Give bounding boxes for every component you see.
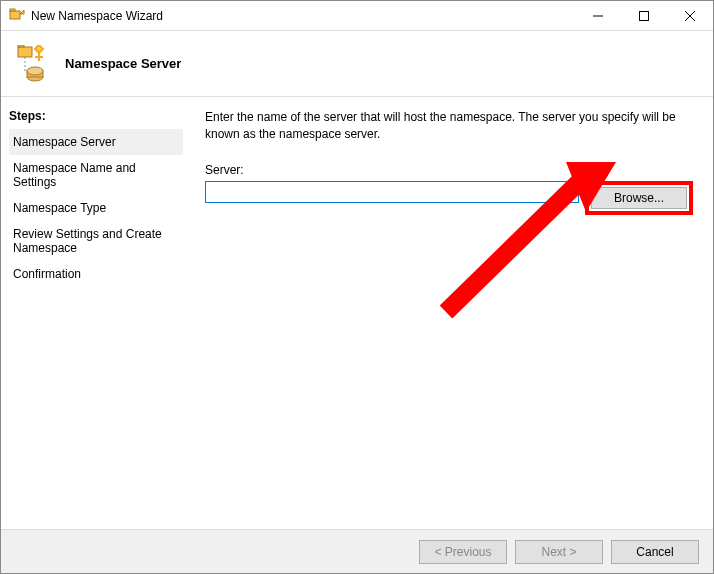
content-panel: Enter the name of the server that will h…	[191, 97, 713, 529]
step-label: Namespace Server	[13, 135, 116, 149]
next-button: Next >	[515, 540, 603, 564]
steps-heading: Steps:	[9, 109, 183, 123]
previous-button: < Previous	[419, 540, 507, 564]
svg-rect-0	[10, 11, 20, 19]
svg-rect-3	[640, 11, 649, 20]
step-label: Review Settings and Create Namespace	[13, 227, 162, 255]
step-namespace-server[interactable]: Namespace Server	[9, 129, 183, 155]
titlebar: New Namespace Wizard	[1, 1, 713, 31]
minimize-button[interactable]	[575, 1, 621, 31]
header-panel: Namespace Server	[1, 31, 713, 97]
footer: < Previous Next > Cancel	[1, 529, 713, 573]
wizard-window: New Namespace Wizard Na	[0, 0, 714, 574]
step-label: Namespace Name and Settings	[13, 161, 136, 189]
close-button[interactable]	[667, 1, 713, 31]
step-label: Confirmation	[13, 267, 81, 281]
wizard-body: Steps: Namespace Server Namespace Name a…	[1, 97, 713, 529]
instruction-text: Enter the name of the server that will h…	[205, 109, 693, 143]
titlebar-title: New Namespace Wizard	[31, 9, 575, 23]
server-label: Server:	[205, 163, 693, 177]
server-input[interactable]	[205, 181, 579, 203]
svg-rect-6	[18, 47, 32, 57]
step-namespace-type[interactable]: Namespace Type	[9, 195, 183, 221]
browse-button[interactable]: Browse...	[591, 187, 687, 209]
step-namespace-name-settings[interactable]: Namespace Name and Settings	[9, 155, 183, 195]
server-row: Browse...	[205, 181, 693, 215]
window-controls	[575, 1, 713, 31]
app-icon	[9, 8, 25, 24]
step-review-create[interactable]: Review Settings and Create Namespace	[9, 221, 183, 261]
svg-rect-7	[18, 45, 24, 47]
svg-point-11	[27, 67, 43, 75]
namespace-wizard-icon	[15, 45, 53, 83]
cancel-button[interactable]: Cancel	[611, 540, 699, 564]
page-title: Namespace Server	[65, 56, 181, 71]
steps-sidebar: Steps: Namespace Server Namespace Name a…	[1, 97, 191, 529]
maximize-button[interactable]	[621, 1, 667, 31]
svg-rect-1	[10, 9, 15, 11]
step-label: Namespace Type	[13, 201, 106, 215]
step-confirmation[interactable]: Confirmation	[9, 261, 183, 287]
annotation-highlight: Browse...	[585, 181, 693, 215]
